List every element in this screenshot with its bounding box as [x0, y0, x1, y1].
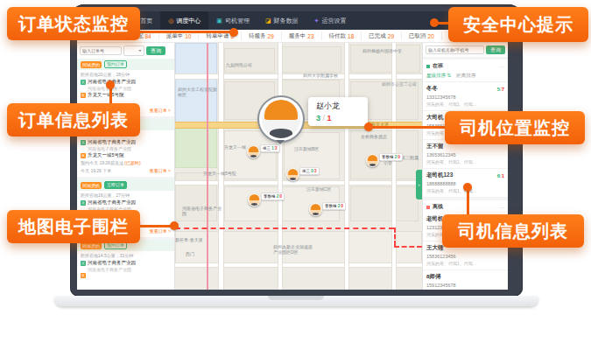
driver-row[interactable]: a师傅 15912345678 河东的哥、代驾1、代驾… — [423, 270, 508, 290]
driver-phone: 13312345678 — [426, 94, 504, 100]
order-distance: 距所在地14.5公里，31分钟 — [81, 253, 171, 259]
callout-security-tip: 安全中心提示 — [448, 7, 588, 42]
online-status-square-icon — [426, 65, 430, 68]
map-block — [350, 186, 419, 221]
order-distance: 距所在地20公里，28分钟 — [81, 72, 171, 78]
driver-counts: 6/1 — [497, 173, 504, 178]
nav-item[interactable]: ✦ 运营设置 — [306, 11, 355, 30]
driver-marker-avatar — [247, 145, 260, 158]
poi-label: 西门 — [186, 251, 194, 256]
poi-label: 郑州大学附属学校 — [303, 73, 338, 78]
order-dest-row: 收 升龙又一城5号院 — [81, 152, 171, 158]
order-origin-row: 发 河南省电子商务产业园 — [81, 200, 171, 206]
on-duty-label: 在班 — [433, 62, 443, 70]
driver-phone: 15912345678 — [426, 283, 504, 288]
order-origin-row: 发 河南省电子商务产业园 — [81, 260, 171, 266]
dispatch-map[interactable]: 科学大道 九如同电公司 郑州大学附属学校 郑州枫杨外国语中学 郑州大学工程学院新… — [175, 43, 422, 290]
order-card[interactable]: 同城货的 预约订单 距所在地14.5公里，31分钟 发 河南省电子商务产业园 河… — [77, 240, 174, 290]
map-block — [175, 126, 217, 168]
poi-label: 汪庄新城C区 — [306, 186, 332, 192]
sort-by-star-label: 星级排序 — [426, 73, 446, 78]
popup-pointer — [276, 140, 285, 149]
view-order-link[interactable]: 查看订单 > — [150, 108, 171, 114]
nav-item-icon: ◎ — [168, 18, 173, 24]
geofence-line — [394, 228, 396, 246]
status-tab-count: 20 — [428, 33, 434, 39]
order-distance: 距所在地16公里，27分钟 — [81, 192, 171, 199]
status-tab[interactable]: 服务中 23 — [282, 32, 322, 40]
panel-collapse-handle[interactable]: › — [416, 170, 422, 200]
app-screen: ⌂ 首页 ◎ 调度中心 ▣ 司机管理 ◪ 财务 — [77, 11, 508, 290]
order-search-button[interactable]: 查询 — [146, 46, 165, 55]
poi-label: 河南省电子商务产业园 — [182, 206, 222, 217]
status-tab[interactable]: 待付款 18 — [322, 32, 362, 40]
nav-item-label: 调度中心 — [176, 17, 201, 25]
view-order-link[interactable]: 查看订单 > — [150, 168, 171, 174]
driver-search-input[interactable] — [426, 46, 484, 54]
order-origin: 河南省电子商务产业园 — [88, 139, 136, 145]
status-tab-label: 待服务 — [249, 32, 266, 40]
order-list-panel: 查询 同城货的 预约订单 距所在地20公里，28分钟 — [77, 43, 175, 290]
driver-marker[interactable]: 张三 0/3 — [286, 168, 299, 181]
more-icon[interactable]: ··· — [499, 206, 504, 209]
status-tab-label: 已完成 — [369, 32, 386, 40]
order-destination: 升龙又一城5号院 — [88, 152, 124, 158]
marker-driver-name: 李铁锤 — [264, 194, 276, 199]
more-icon[interactable]: ··· — [499, 65, 504, 68]
order-placed-time: 今天 19:26 下单 — [81, 168, 111, 174]
poi-label: 汪庄新城B区 — [294, 146, 319, 151]
order-card-header: 同城货的 预约订单 — [77, 59, 174, 70]
map-road — [175, 181, 422, 185]
marker-driver-name: 张三 — [302, 169, 310, 173]
nav-item[interactable]: ◎ 调度中心 — [160, 11, 208, 30]
callout-order-status: 订单状态监控 — [7, 7, 140, 40]
status-tab[interactable]: 已取消 20 — [402, 32, 442, 40]
selected-driver-avatar — [259, 97, 303, 141]
order-type-select[interactable] — [123, 46, 144, 56]
order-search-input[interactable] — [80, 46, 122, 55]
main-body: 查询 同城货的 预约订单 距所在地20公里，28分钟 — [77, 43, 508, 290]
poi-label: 郑州大学工程学院新校区 — [178, 87, 218, 98]
driver-marker[interactable]: 李铁锤 2/0 — [248, 193, 261, 206]
driver-service-tags: 河东的哥、代驾1、代驾… — [426, 159, 504, 164]
page: ⌂ 首页 ◎ 调度中心 ▣ 司机管理 ◪ 财务 — [0, 0, 591, 364]
driver-list-panel: 查询 在班 ··· 星级排序 ⇅ 距离排序 — [422, 43, 508, 290]
sort-by-star[interactable]: 星级排序 ⇅ — [426, 73, 451, 79]
nav-item[interactable]: ◪ 财务数据 — [257, 11, 306, 30]
geofence-line — [175, 228, 394, 229]
status-tab[interactable]: 待服务 29 — [242, 32, 282, 40]
driver-marker[interactable]: 李铁锤 2/0 — [309, 203, 322, 216]
status-tab[interactable]: 已完成 29 — [362, 32, 402, 40]
driver-marker[interactable]: 李铁锤 2/0 — [366, 154, 379, 167]
sort-by-distance[interactable]: 距离排序 — [456, 73, 475, 79]
order-origin-detail: 河南省电子商务产业园 — [88, 267, 171, 272]
driver-search-button[interactable]: 查询 — [486, 46, 505, 54]
callout-connector-line — [137, 225, 173, 228]
marker-driver-name: 李铁锤 — [382, 155, 394, 159]
selected-driver-popup[interactable]: 赵小龙 3 / 1 — [259, 97, 368, 141]
order-destination: 升龙又一城5号院 — [88, 92, 124, 98]
pickup-icon: 发 — [81, 80, 86, 85]
nav-item[interactable]: ▣ 司机管理 — [208, 11, 257, 30]
order-type-tag: 同城货的 — [81, 61, 102, 68]
order-mode-tag: 立即订单 — [104, 181, 127, 189]
order-dest-row: 收 — [81, 273, 171, 278]
marker-driver-name: 张三 — [263, 146, 271, 150]
order-origin-row: 发 河南省电子商务产业园 — [81, 139, 171, 145]
driver-marker[interactable]: 张三 1/3 — [247, 145, 260, 158]
callout-connector-dot — [430, 18, 439, 27]
driver-count-pending: 7 — [502, 87, 504, 92]
status-tab-count: 18 — [348, 33, 354, 39]
callout-map-fence: 地图电子围栏 — [7, 210, 140, 243]
pickup-icon: 发 — [81, 140, 86, 145]
on-duty-section-header: 在班 ··· — [423, 57, 508, 72]
callout-connector-dot — [170, 221, 179, 230]
order-dest-row: 收 升龙又一城5号院 — [81, 92, 171, 98]
driver-name: 王不留 — [426, 143, 444, 150]
view-order-link[interactable]: 查看订单 > — [150, 228, 171, 234]
pickup-icon: 发 — [81, 200, 86, 206]
marker-count-pending: 0 — [341, 204, 344, 208]
driver-row[interactable]: 冬冬 5/7 13312345678 河东的哥、代驾1、代驾… — [423, 82, 508, 111]
driver-count-pending: 1 — [502, 173, 504, 178]
poi-label: 九如同电公司 — [226, 62, 252, 67]
